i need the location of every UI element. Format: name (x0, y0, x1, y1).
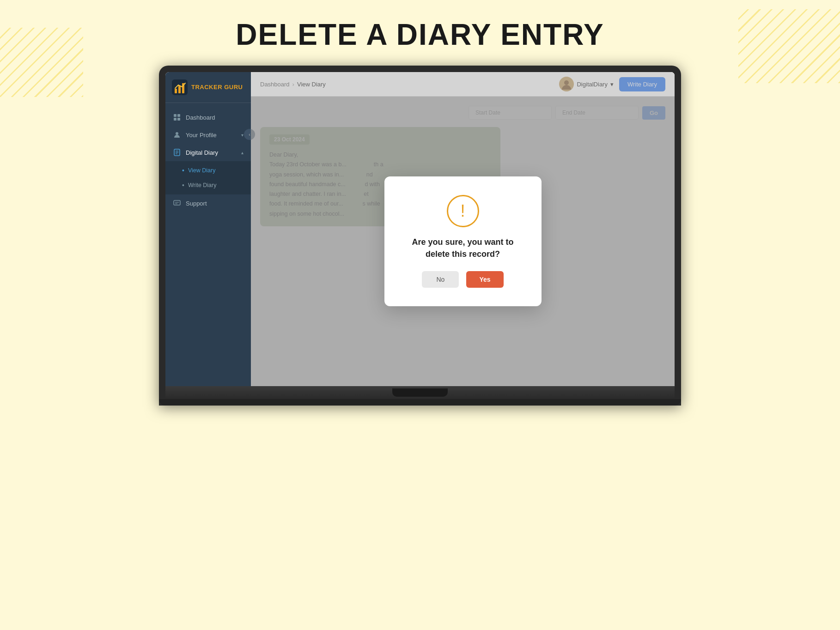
confirm-delete-modal: ! Are you sure, you want to delete this … (384, 176, 542, 306)
svg-point-8 (176, 132, 178, 135)
warning-icon: ! (447, 195, 479, 227)
sidebar: TRACKER GURU ‹ Da (165, 72, 251, 386)
dashboard-icon (173, 113, 181, 121)
sidebar-item-your-profile-label: Your Profile (186, 132, 217, 139)
app-container: TRACKER GURU ‹ Da (165, 72, 675, 386)
view-diary-label: View Diary (188, 167, 216, 174)
sidebar-item-digital-diary[interactable]: Digital Diary ▴ (165, 144, 251, 161)
profile-chevron-icon: ▾ (241, 133, 243, 138)
logo-guru: GURU (224, 84, 243, 91)
laptop-bottom (159, 399, 681, 406)
diary-icon (173, 148, 181, 157)
sidebar-item-view-diary[interactable]: View Diary (165, 163, 251, 178)
laptop-screen-inner: TRACKER GURU ‹ Da (165, 72, 675, 386)
laptop: TRACKER GURU ‹ Da (159, 66, 681, 406)
sidebar-item-dashboard[interactable]: Dashboard (165, 109, 251, 126)
laptop-base (165, 386, 675, 399)
page-title-area: DELETE A DIARY ENTRY (0, 0, 840, 66)
diary-submenu: View Diary Write Diary (165, 161, 251, 194)
write-diary-label: Write Diary (188, 182, 217, 188)
modal-overlay: ! Are you sure, you want to delete this … (251, 97, 675, 386)
modal-yes-button[interactable]: Yes (466, 271, 503, 288)
svg-rect-6 (174, 118, 177, 121)
svg-rect-1 (175, 89, 177, 93)
svg-rect-2 (178, 86, 181, 93)
support-icon (173, 199, 181, 207)
svg-rect-4 (174, 114, 177, 117)
main-content: Dashboard › View Diary DigitalDiary (251, 72, 675, 386)
sidebar-item-dashboard-label: Dashboard (186, 114, 215, 121)
svg-rect-7 (177, 118, 180, 121)
laptop-wrapper: TRACKER GURU ‹ Da (0, 66, 840, 406)
profile-icon (173, 131, 181, 139)
sidebar-logo-text: TRACKER GURU (191, 84, 243, 91)
modal-title: Are you sure, you want to delete this re… (407, 236, 519, 260)
sidebar-nav: Dashboard Your Profile ▾ (165, 103, 251, 386)
page-title: DELETE A DIARY ENTRY (0, 18, 840, 52)
svg-rect-13 (174, 200, 180, 205)
logo-icon (172, 79, 188, 95)
sidebar-item-support[interactable]: Support (165, 194, 251, 212)
sidebar-item-your-profile[interactable]: Your Profile ▾ (165, 126, 251, 144)
modal-no-button[interactable]: No (422, 271, 459, 288)
content-area: Go 23 Oct 2024 Dear Diary, Today 23rd Oc… (251, 97, 675, 386)
warning-symbol: ! (460, 203, 465, 219)
sidebar-item-digital-diary-label: Digital Diary (186, 149, 218, 156)
laptop-notch (392, 388, 448, 397)
logo-tracker: TRACKER (191, 84, 224, 91)
modal-buttons: No Yes (407, 271, 519, 288)
sidebar-item-write-diary[interactable]: Write Diary (165, 178, 251, 193)
laptop-screen-outer: TRACKER GURU ‹ Da (159, 66, 681, 406)
svg-rect-5 (177, 114, 180, 117)
diary-chevron-icon: ▴ (241, 150, 243, 155)
sidebar-item-support-label: Support (186, 200, 207, 207)
sidebar-logo: TRACKER GURU (165, 72, 251, 103)
